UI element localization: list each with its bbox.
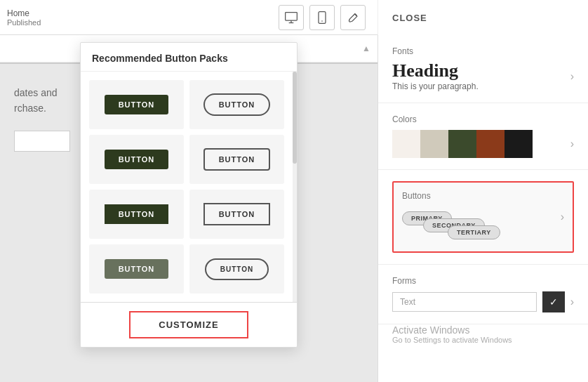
svg-point-4 bbox=[321, 20, 323, 22]
button-pack-outline-pill-1[interactable]: BUTTON bbox=[203, 93, 271, 116]
button-cell-4[interactable]: BUTTON bbox=[189, 135, 284, 184]
fonts-section: Fonts Heading This is your paragraph. › bbox=[378, 35, 588, 103]
modal-content-wrapper: BUTTON BUTTON BUTTON BUTTON bbox=[81, 72, 297, 302]
modal-overlay: Recommended Button Packs BUTTON BUTTON bbox=[0, 35, 377, 382]
modal-header: Recommended Button Packs bbox=[81, 43, 297, 72]
mobile-icon[interactable] bbox=[309, 5, 335, 30]
fonts-label: Fonts bbox=[392, 46, 574, 56]
publish-status: Published bbox=[7, 18, 63, 27]
buttons-preview-inner: Buttons PRIMARY SECONDARY TERTIARY bbox=[402, 191, 561, 243]
svg-rect-3 bbox=[319, 11, 326, 23]
button-pack-partial-1[interactable]: BUTTON bbox=[105, 259, 169, 279]
button-cell-6[interactable]: BUTTON bbox=[189, 190, 284, 239]
button-pack-filled-1[interactable]: BUTTON bbox=[105, 95, 169, 114]
swatch-5 bbox=[505, 130, 533, 158]
color-swatches bbox=[392, 130, 533, 158]
button-cell-1[interactable]: BUTTON bbox=[89, 80, 184, 129]
fonts-preview[interactable]: Heading This is your paragraph. › bbox=[392, 62, 574, 91]
activate-title: Activate Windows bbox=[392, 324, 574, 336]
button-cell-8[interactable]: BUTTON bbox=[189, 244, 284, 294]
button-cell-5[interactable]: BUTTON bbox=[89, 190, 184, 239]
button-pack-filled-sq-1[interactable]: BUTTON bbox=[105, 204, 169, 224]
main-area: Serum ▲ dates andrchase. Recommended But… bbox=[0, 35, 588, 382]
button-cell-3[interactable]: BUTTON bbox=[89, 135, 184, 184]
svg-rect-0 bbox=[286, 12, 298, 20]
colors-label: Colors bbox=[392, 114, 574, 124]
colors-chevron-icon[interactable]: › bbox=[570, 138, 574, 150]
swatch-3 bbox=[448, 130, 476, 158]
fonts-chevron-icon[interactable]: › bbox=[570, 70, 574, 83]
page-preview: Serum ▲ dates andrchase. Recommended But… bbox=[0, 35, 377, 382]
form-input-preview[interactable] bbox=[392, 292, 537, 312]
modal-content: BUTTON BUTTON BUTTON BUTTON bbox=[81, 72, 293, 302]
desktop-icon[interactable] bbox=[279, 5, 304, 30]
button-packs-modal: Recommended Button Packs BUTTON BUTTON bbox=[80, 42, 298, 348]
button-pack-outline-sq-1[interactable]: BUTTON bbox=[203, 203, 271, 225]
activate-windows: Activate Windows Go to Settings to activ… bbox=[378, 324, 588, 351]
modal-scrollbar-thumb bbox=[293, 72, 297, 164]
buttons-visual: PRIMARY SECONDARY TERTIARY bbox=[402, 208, 561, 243]
button-cell-7[interactable]: BUTTON bbox=[89, 244, 184, 294]
activate-subtitle: Go to Settings to activate Windows bbox=[392, 336, 574, 344]
top-bar: Home Published CLOSE bbox=[0, 0, 588, 35]
buttons-section-highlight[interactable]: Buttons PRIMARY SECONDARY TERTIARY › bbox=[392, 181, 574, 253]
forms-chevron-icon[interactable]: › bbox=[570, 296, 574, 308]
forms-preview: ✓ › bbox=[392, 291, 574, 312]
btn-pill-tertiary: TERTIARY bbox=[448, 225, 500, 239]
modal-footer: CUSTOMIZE bbox=[81, 302, 297, 347]
buttons-label: Buttons bbox=[402, 191, 561, 201]
fonts-heading: Heading bbox=[392, 62, 479, 80]
right-panel: Fonts Heading This is your paragraph. › … bbox=[377, 35, 588, 382]
brush-icon[interactable] bbox=[340, 5, 366, 30]
colors-preview[interactable]: › bbox=[392, 130, 574, 158]
forms-label: Forms bbox=[392, 276, 574, 286]
form-check-button[interactable]: ✓ bbox=[542, 291, 565, 312]
swatch-1 bbox=[392, 130, 420, 158]
buttons-section: Buttons PRIMARY SECONDARY TERTIARY › bbox=[378, 170, 588, 265]
fonts-paragraph: This is your paragraph. bbox=[392, 81, 479, 91]
swatch-4 bbox=[476, 130, 505, 158]
buttons-chevron-icon[interactable]: › bbox=[561, 211, 564, 223]
button-pack-filled-2[interactable]: BUTTON bbox=[105, 150, 169, 169]
modal-scrollbar[interactable] bbox=[293, 72, 297, 302]
site-info: Home Published bbox=[7, 8, 63, 27]
colors-section: Colors › bbox=[378, 103, 588, 170]
site-name: Home bbox=[7, 8, 63, 18]
modal-title: Recommended Button Packs bbox=[92, 53, 228, 64]
button-cell-2[interactable]: BUTTON bbox=[189, 80, 284, 129]
button-pack-partial-2[interactable]: BUTTON bbox=[205, 258, 269, 280]
button-grid: BUTTON BUTTON BUTTON BUTTON bbox=[89, 80, 284, 294]
button-pack-outline-rect-1[interactable]: BUTTON bbox=[203, 148, 271, 171]
forms-section: Forms ✓ › bbox=[378, 265, 588, 324]
customize-button[interactable]: CUSTOMIZE bbox=[129, 311, 248, 338]
close-panel: CLOSE bbox=[377, 0, 588, 35]
swatch-2 bbox=[420, 130, 448, 158]
fonts-text: Heading This is your paragraph. bbox=[392, 62, 479, 91]
close-button[interactable]: CLOSE bbox=[392, 13, 427, 23]
